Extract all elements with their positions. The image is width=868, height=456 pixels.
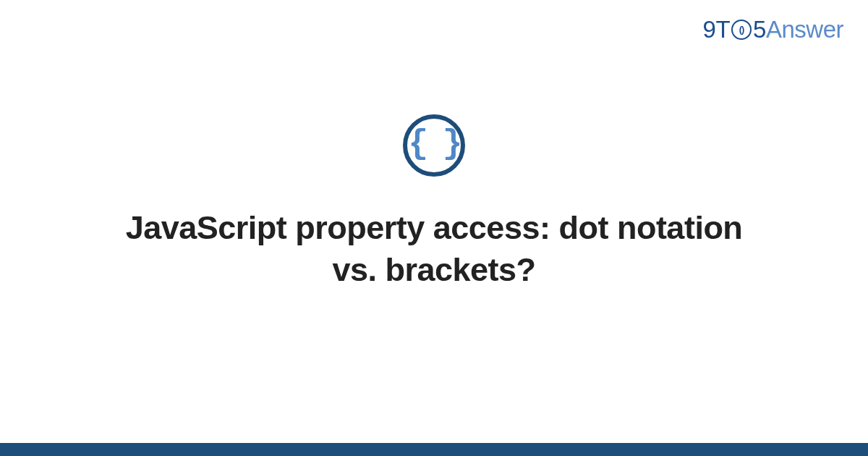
clock-glyph: () [739,24,744,35]
clock-icon: () [731,20,752,40]
question-title: JavaScript property access: dot notation… [101,207,767,290]
logo-text: 9T () 5 Answer [703,16,843,43]
site-logo[interactable]: 9T () 5 Answer [703,16,843,43]
braces-glyph: { } [409,127,460,161]
logo-part-9t: 9T [703,16,731,43]
braces-icon: { } [403,114,465,177]
logo-part-answer: Answer [766,16,843,43]
footer-accent-bar [0,443,868,456]
logo-part-5: 5 [753,16,766,43]
social-card: 9T () 5 Answer { } JavaScript property a… [0,0,868,456]
card-content: { } JavaScript property access: dot nota… [0,0,868,456]
